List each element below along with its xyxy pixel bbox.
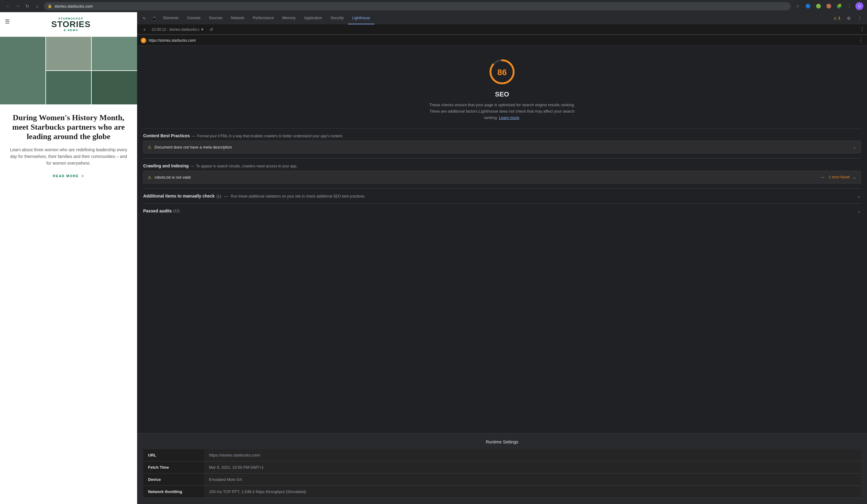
additional-section: Additional items to manually check (1) —… xyxy=(143,188,861,203)
score-number: 86 xyxy=(497,68,507,77)
photo-2-placeholder xyxy=(46,37,92,70)
tab-performance[interactable]: Performance xyxy=(249,12,278,24)
back-button[interactable]: ← xyxy=(4,2,12,10)
crawling-dash: — xyxy=(190,164,194,168)
reload-button[interactable]: ↻ xyxy=(23,2,32,10)
passed-label: Passed audits xyxy=(143,208,172,213)
cursor-icon-button[interactable]: ↖ xyxy=(140,13,149,23)
devtools-more-button[interactable]: ⋮ xyxy=(855,13,865,23)
tab-security[interactable]: Security xyxy=(326,12,348,24)
robots-txt-text: robots.txt is not valid xyxy=(154,175,816,179)
more-button[interactable]: ⋮ xyxy=(845,2,854,10)
runtime-key: Network throttling xyxy=(143,486,204,498)
star-button[interactable]: ☆ xyxy=(793,2,802,10)
photo-cell-4 xyxy=(46,71,92,105)
tab-console[interactable]: Console xyxy=(183,12,205,24)
additional-dash: — xyxy=(224,194,228,198)
lighthouse-url-row: ⚡ https://stories.starbucks.com/ ⋮ xyxy=(137,35,867,46)
content-best-practices-section: Content Best Practices — Format your HTM… xyxy=(143,128,861,158)
browser-chrome: ← → ↻ ⌂ 🔒 stories.starbucks.com ☆ 🔵 🟢 🟤 … xyxy=(0,0,867,12)
runtime-row: URLhttps://stories.starbucks.com/ xyxy=(143,449,861,461)
lighthouse-url-more-icon[interactable]: ⋮ xyxy=(858,37,863,43)
devtools-tab-actions: ⚠ 3 ⚙ ⋮ xyxy=(831,13,865,23)
new-tab-button[interactable]: + xyxy=(140,25,149,34)
content-best-practices-dash: — xyxy=(192,134,195,138)
passed-section: Passed audits (12) ⌄ xyxy=(143,203,861,218)
tab-network[interactable]: Network xyxy=(227,12,249,24)
learn-more-link[interactable]: Learn more xyxy=(499,116,519,120)
runtime-row: Network throttling150 ms TCP RTT, 1,638.… xyxy=(143,486,861,498)
score-svg: 86 xyxy=(488,58,516,87)
devtools-panel: ↖ 📱 Elements Console Sources Network xyxy=(137,12,867,504)
robots-txt-error-badge: 1 error found xyxy=(828,175,850,179)
tab-sources[interactable]: Sources xyxy=(205,12,227,24)
runtime-row: Fetch TimeMar 8, 2021, 10:50 PM GMT+1 xyxy=(143,461,861,473)
settings-button[interactable]: ⚙ xyxy=(844,13,854,23)
tab-application[interactable]: Application xyxy=(300,12,326,24)
photo-cell-3 xyxy=(92,37,137,70)
extension1-button[interactable]: 🔵 xyxy=(804,2,812,10)
meta-description-audit[interactable]: ⚠ Document does not have a meta descript… xyxy=(143,141,861,153)
photo-1-placeholder xyxy=(0,37,45,105)
additional-count: (1) xyxy=(216,194,221,198)
news-label: & NEWS xyxy=(64,29,78,32)
crawling-section: Crawling and Indexing — To appear in sea… xyxy=(143,158,861,188)
score-category: SEO xyxy=(143,90,861,98)
passed-chevron-icon: ⌄ xyxy=(857,208,861,213)
article-body: Learn about three women who are redefini… xyxy=(10,146,127,167)
tab-reload-button[interactable]: ↺ xyxy=(206,25,216,34)
extension3-button[interactable]: 🟤 xyxy=(824,2,833,10)
score-section: 86 SEO These checks ensure that your pag… xyxy=(143,52,861,128)
devtools-tabs-bar: ↖ 📱 Elements Console Sources Network xyxy=(137,12,867,35)
warning-count: 3 xyxy=(838,16,840,20)
devtools-tabs: Elements Console Sources Network Perform… xyxy=(159,12,831,24)
hamburger-menu[interactable]: ☰ xyxy=(5,18,10,25)
robots-txt-audit[interactable]: ⚠ robots.txt is not valid — 1 error foun… xyxy=(143,171,861,184)
passed-count: (12) xyxy=(173,209,180,213)
lighthouse-icon: ⚡ xyxy=(141,38,146,43)
robots-txt-chevron-icon: ⌄ xyxy=(853,175,856,179)
forward-button[interactable]: → xyxy=(13,2,22,10)
tab-memory[interactable]: Memory xyxy=(278,12,300,24)
robots-txt-dash: — xyxy=(821,175,824,179)
devtools-tab-more-icon[interactable]: ⋮ xyxy=(860,26,865,32)
tab-elements[interactable]: Elements xyxy=(159,12,183,24)
user-avatar: U xyxy=(855,2,863,10)
extensions-button[interactable]: 🧩 xyxy=(835,2,843,10)
address-bar[interactable]: 🔒 stories.starbucks.com xyxy=(44,2,791,10)
tab-lighthouse[interactable]: Lighthouse xyxy=(348,12,374,24)
device-icon-button[interactable]: 📱 xyxy=(149,13,159,23)
nav-buttons: ← → ↻ ⌂ xyxy=(4,2,41,10)
meta-description-text: Document does not have a meta descriptio… xyxy=(154,145,850,150)
runtime-title: Runtime Settings xyxy=(143,439,861,444)
article-title: During Women's History Month, meet Starb… xyxy=(10,113,127,142)
read-more-link[interactable]: READ MORE > xyxy=(53,174,84,178)
photo-4-placeholder xyxy=(46,71,92,105)
crawling-header: Crawling and Indexing — To appear in sea… xyxy=(143,163,861,168)
photo-grid xyxy=(0,37,137,105)
meta-description-warning-icon: ⚠ xyxy=(148,145,151,150)
crawling-label: Crawling and Indexing xyxy=(143,163,189,168)
robots-txt-warning-icon: ⚠ xyxy=(148,175,151,179)
lighthouse-url-text: https://stories.starbucks.com/ xyxy=(149,39,196,43)
runtime-row: DeviceEmulated Moto G4 xyxy=(143,473,861,486)
photo-cell-1 xyxy=(0,37,45,105)
runtime-value: 150 ms TCP RTT, 1,638.4 Kbps throughput … xyxy=(204,486,861,498)
photo-cell-5 xyxy=(92,71,137,105)
devtools-top-row: ↖ 📱 Elements Console Sources Network xyxy=(137,12,867,24)
site-header: ☰ STARBUCKS® STORIES & NEWS xyxy=(0,12,137,37)
extension2-button[interactable]: 🟢 xyxy=(814,2,823,10)
score-circle-container: 86 xyxy=(488,58,516,87)
passed-header-row[interactable]: Passed audits (12) ⌄ xyxy=(143,208,861,213)
additional-chevron-icon: ⌄ xyxy=(857,194,861,198)
photo-5-placeholder xyxy=(92,71,137,105)
brand-name: STARBUCKS® STORIES & NEWS xyxy=(10,17,132,32)
additional-label: Additional items to manually check xyxy=(143,194,214,198)
runtime-value: Emulated Moto G4 xyxy=(204,473,861,486)
devtools-url-row: + 22:50:12 - stories.starbucks.c ▼ ↺ ⋮ xyxy=(137,24,867,35)
content-best-practices-desc: Format your HTML in a way that enables c… xyxy=(197,134,343,138)
crawling-desc: To appear in search results, crawlers ne… xyxy=(196,164,297,168)
additional-desc: Run these additional validators on your … xyxy=(231,194,366,198)
warning-badge: ⚠ 3 xyxy=(831,15,843,22)
home-button[interactable]: ⌂ xyxy=(33,2,41,10)
